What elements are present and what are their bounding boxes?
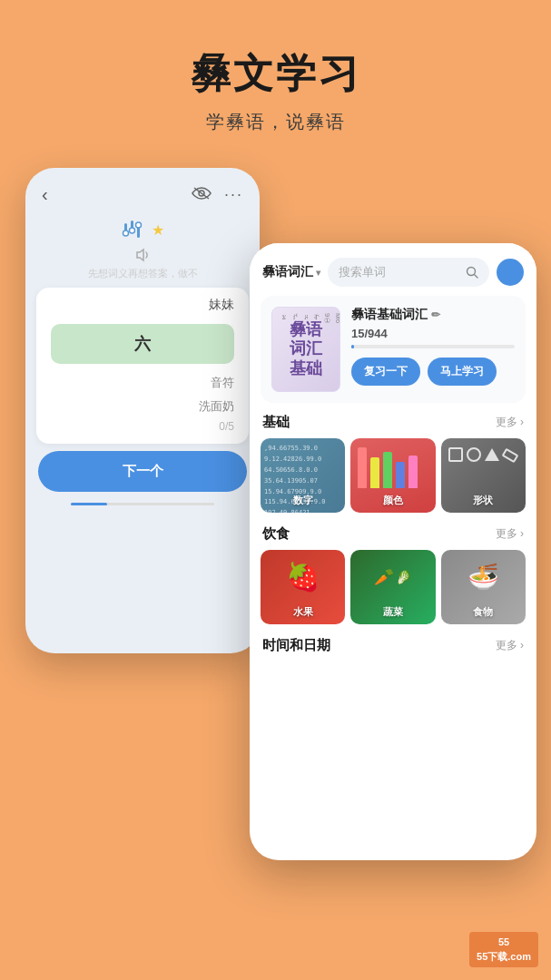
eye-icon[interactable] bbox=[192, 186, 212, 204]
search-text: 搜索单词 bbox=[339, 264, 460, 280]
main-background: 彝文学习 学彝语，说彝语 ‹ ··· bbox=[0, 0, 551, 980]
next-button[interactable]: 下一个 bbox=[38, 451, 247, 492]
star-icon: ★ bbox=[152, 221, 164, 239]
dropdown-chevron: ▾ bbox=[316, 268, 320, 278]
search-bar[interactable]: 搜索单词 bbox=[328, 258, 489, 287]
svg-point-7 bbox=[136, 222, 142, 228]
book-title: 彝语基础词汇 ✏ bbox=[351, 307, 515, 323]
veg-label: 蔬菜 bbox=[350, 605, 435, 619]
food-section-header: 饮食 更多 › bbox=[250, 524, 536, 550]
answer-option[interactable]: 六 bbox=[51, 324, 234, 364]
category-colors[interactable]: 颜色 bbox=[350, 438, 435, 513]
colors-strips bbox=[350, 447, 435, 488]
vocab-dropdown[interactable]: 彝语词汇 ▾ bbox=[262, 264, 320, 280]
left-phone-header: ‹ ··· bbox=[25, 168, 260, 212]
quiz-card: 妹妹 六 音符 洗面奶 0/5 bbox=[36, 288, 249, 444]
edit-icon[interactable]: ✏ bbox=[431, 309, 440, 321]
hint-text: 先想词义再想答案，做不 bbox=[25, 267, 260, 288]
svg-line-9 bbox=[475, 275, 478, 279]
score-label: 0/5 bbox=[51, 418, 234, 435]
basics-title: 基础 bbox=[262, 414, 290, 431]
category-fruit[interactable]: 🍓 水果 bbox=[261, 550, 345, 624]
food-more[interactable]: 更多 › bbox=[496, 526, 524, 542]
tuner-icon bbox=[121, 218, 144, 241]
yinfu-label: 音符 bbox=[51, 371, 234, 395]
book-actions: 复习一下 马上学习 bbox=[351, 358, 515, 386]
more-dots[interactable]: ··· bbox=[224, 185, 243, 204]
category-shapes[interactable]: 形状 bbox=[441, 438, 526, 513]
category-numbers[interactable]: ,94.66755.39.0 9.12.42826.99.0 64.50656.… bbox=[261, 438, 345, 513]
food-label: 食物 bbox=[441, 605, 526, 619]
category-food[interactable]: 🍜 食物 bbox=[441, 550, 526, 624]
main-title: 彝文学习 bbox=[0, 0, 551, 101]
search-icon bbox=[466, 266, 478, 279]
book-cover: dNM69①ꆈꌠꀋꁈ 彝语词汇基础 bbox=[271, 307, 340, 392]
book-progress-bar bbox=[351, 345, 515, 348]
right-phone: 彝语词汇 ▾ 搜索单词 dNM69①ꆈꌠꀋꁈ bbox=[250, 243, 536, 860]
basics-section-header: 基础 更多 › bbox=[250, 412, 536, 438]
time-title: 时间和日期 bbox=[262, 637, 330, 654]
colors-label: 颜色 bbox=[350, 494, 435, 507]
svg-point-6 bbox=[130, 228, 135, 233]
book-progress-text: 15/944 bbox=[351, 327, 515, 340]
user-avatar[interactable] bbox=[497, 259, 524, 286]
basics-more[interactable]: 更多 › bbox=[496, 415, 524, 430]
watermark: 55 55下载.com bbox=[469, 932, 538, 967]
time-section-header: 时间和日期 更多 › bbox=[250, 635, 536, 662]
tuner-section: ★ bbox=[25, 212, 260, 245]
right-phone-header: 彝语词汇 ▾ 搜索单词 bbox=[250, 243, 536, 296]
back-button[interactable]: ‹ bbox=[42, 184, 48, 205]
speaker-icon[interactable] bbox=[25, 245, 260, 267]
review-button[interactable]: 复习一下 bbox=[351, 358, 420, 386]
book-card: dNM69①ꆈꌠꀋꁈ 彝语词汇基础 彝语基础词汇 ✏ 15/944 bbox=[261, 296, 526, 403]
food-grid: 🍓 水果 🥕 🥬 蔬菜 🍜 食物 bbox=[250, 550, 536, 635]
progress-bar bbox=[71, 503, 214, 505]
shapes-content bbox=[441, 438, 526, 462]
study-button[interactable]: 马上学习 bbox=[428, 358, 497, 386]
sub-title: 学彝语，说彝语 bbox=[0, 110, 551, 134]
progress-fill bbox=[71, 503, 107, 505]
ximian-label: 洗面奶 bbox=[51, 395, 234, 418]
quiz-word-label: 妹妹 bbox=[51, 297, 234, 320]
fruit-label: 水果 bbox=[261, 605, 345, 619]
basics-grid: ,94.66755.39.0 9.12.42826.99.0 64.50656.… bbox=[250, 438, 536, 524]
food-title: 饮食 bbox=[262, 525, 290, 543]
svg-point-5 bbox=[123, 230, 129, 236]
left-phone: ‹ ··· bbox=[25, 168, 260, 653]
time-more[interactable]: 更多 › bbox=[496, 638, 524, 653]
numbers-label: 数字 bbox=[261, 494, 345, 507]
header-icons: ··· bbox=[192, 185, 243, 204]
shapes-label: 形状 bbox=[441, 494, 526, 507]
book-info: 彝语基础词汇 ✏ 15/944 复习一下 马上学习 bbox=[351, 307, 515, 386]
category-veg[interactable]: 🥕 🥬 蔬菜 bbox=[350, 550, 435, 624]
